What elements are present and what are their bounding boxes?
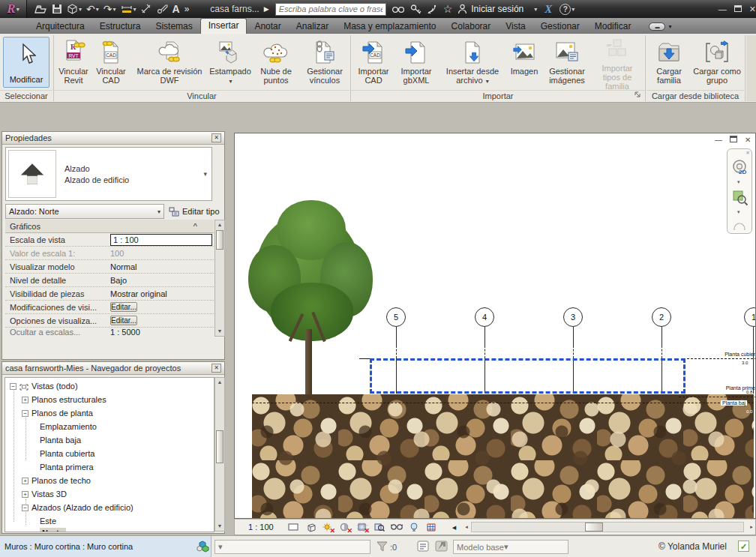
tree-item-vistas-3d[interactable]: +Vistas 3D [22, 487, 67, 501]
level-label-cubierta[interactable]: Planta cubier [698, 352, 755, 357]
zoom-dropdown-icon[interactable]: ▾ [737, 209, 740, 215]
crop-view-button[interactable]: ✕ [355, 521, 369, 533]
tab-sistemas[interactable]: Sistemas [148, 19, 200, 34]
prop-row-nivel-detalle[interactable]: Nivel de detalleBajo [5, 274, 214, 287]
communication-center-button[interactable] [427, 4, 438, 14]
close-button[interactable]: ✕ [749, 4, 756, 14]
nube-de-puntos-button[interactable]: Nube de puntos [254, 37, 298, 89]
properties-title-bar[interactable]: Propiedades✕ [2, 132, 224, 145]
insertar-desde-archivo-button[interactable]: Insertar desde archivo ▾ [440, 37, 506, 89]
scrollbar-track[interactable] [471, 522, 744, 532]
favorites-button[interactable]: ☆ [443, 3, 453, 15]
expand-node-icon[interactable]: + [22, 478, 28, 484]
tab-insertar[interactable]: Insertar [200, 18, 248, 34]
open-button[interactable] [33, 1, 49, 16]
drawing-area[interactable]: — ✕ ✕ 2D ▾ ▾ 5 4 [234, 133, 756, 519]
search-button[interactable] [392, 4, 405, 14]
tab-modificar[interactable]: Modificar [587, 19, 639, 34]
grid-line[interactable] [484, 327, 485, 346]
level-line-baja[interactable] [252, 403, 754, 403]
analytical-model-button[interactable] [424, 521, 438, 533]
help-button[interactable]: ? [560, 4, 571, 15]
level-line-cubierta[interactable] [687, 358, 756, 359]
subscription-button[interactable] [410, 4, 422, 14]
scroll-right-icon[interactable]: ▸ [747, 523, 756, 532]
edit-type-button[interactable]: Editar tipo [169, 204, 224, 219]
grid-bubble-4[interactable]: 4 [475, 307, 494, 327]
tab-colaborar[interactable]: Colaborar [444, 19, 499, 34]
tree-item-planta-baja[interactable]: Planta baja [40, 433, 81, 447]
show-crop-region-button[interactable] [372, 521, 386, 533]
tree-item-planos-de-planta[interactable]: −Planos de planta [22, 406, 93, 420]
tree-item-planos-estructurales[interactable]: +Planos estructurales [22, 393, 106, 406]
cargar-como-grupo-button[interactable]: Cargar como grupo [693, 37, 741, 89]
cargar-familia-button[interactable]: Cargar familia [648, 37, 690, 89]
level-line-primera[interactable] [679, 397, 756, 397]
instance-selector-combo[interactable]: Alzado: Norte▾ [5, 204, 164, 219]
view-close-button[interactable]: ✕ [745, 136, 751, 144]
text-button[interactable]: A [171, 1, 182, 16]
importar-cad-button[interactable]: CAD Importar CAD [354, 37, 393, 89]
view-restore-button[interactable] [730, 136, 737, 144]
escala-value-input[interactable]: 1 : 100 [110, 234, 212, 246]
importar-dialog-launcher[interactable] [634, 91, 641, 100]
estampado-button[interactable]: Estampado▾ [210, 37, 250, 89]
worksets-icon[interactable] [196, 541, 209, 554]
grid-bubble-2[interactable]: 2 [652, 307, 671, 327]
filter-icon[interactable] [376, 541, 388, 554]
application-menu-button[interactable]: R ▾ [0, 0, 27, 18]
scroll-down-icon[interactable]: ▼ [215, 327, 224, 336]
scrollbar-thumb[interactable] [216, 430, 224, 463]
tab-analizar[interactable]: Analizar [289, 19, 336, 34]
imagen-button[interactable]: Imagen [507, 37, 542, 89]
tree-item-planos-de-techo[interactable]: +Planos de techo [22, 474, 91, 487]
grid-line[interactable] [753, 327, 754, 394]
level-label-baja[interactable]: Planta baj [721, 400, 747, 406]
tab-gestionar[interactable]: Gestionar [533, 19, 587, 34]
importar-gbxml-button[interactable]: Importar gbXML [396, 37, 436, 89]
grid-bubble-3[interactable]: 3 [563, 307, 583, 327]
firewood-photo[interactable] [252, 394, 754, 519]
ribbon-collapse-button[interactable]: ▬▾ [649, 22, 671, 31]
worksets-combo[interactable]: ▾ [214, 540, 370, 554]
exchange-apps-button[interactable]: X [544, 3, 552, 16]
grid-line[interactable] [396, 327, 397, 346]
signin-button[interactable]: Iniciar sesión▾ [458, 4, 537, 14]
qat-overflow-button[interactable]: » [183, 1, 191, 16]
check-toggle[interactable]: ✓ [738, 541, 749, 552]
gestionar-imagenes-button[interactable]: Gestionar imágenes [543, 37, 591, 89]
collapse-section-icon[interactable]: ^ [194, 222, 214, 231]
vincular-cad-button[interactable]: CAD Vincular CAD [93, 37, 129, 89]
grid-line[interactable] [662, 327, 662, 346]
search-input[interactable] [275, 3, 386, 16]
gestionar-vinculos-button[interactable]: Gestionar vínculos [302, 37, 348, 89]
scroll-down-icon[interactable]: ▼ [215, 522, 224, 531]
save-button[interactable] [50, 1, 64, 16]
browser-scrollbar[interactable]: ▲ ▼ [214, 377, 225, 532]
tab-arquitectura[interactable]: Arquitectura [28, 19, 92, 34]
scrollbar-thumb[interactable] [585, 523, 603, 532]
prop-row-escala[interactable]: Escala de vista1 : 100 [5, 233, 214, 247]
detail-level-button[interactable] [286, 521, 300, 533]
tree-item-norte[interactable]: Norte [40, 526, 66, 532]
shadows-button[interactable]: ✕ [338, 521, 352, 533]
editar-button[interactable]: Editar... [110, 302, 137, 312]
reveal-hidden-elements-button[interactable] [406, 521, 421, 533]
scroll-up-icon[interactable]: ▲ [215, 378, 224, 387]
project-browser-title-bar[interactable]: casa farnsworth-Mies - Navegador de proy… [2, 362, 224, 375]
zoom-region-icon[interactable] [732, 190, 748, 206]
collapse-node-icon[interactable]: − [10, 383, 16, 390]
scroll-left-icon[interactable]: ◂ [462, 523, 471, 532]
viewbar-collapse-arrow[interactable]: ◂ [447, 521, 461, 533]
collapse-node-icon[interactable]: − [22, 410, 28, 417]
prop-row-visibilidad-piezas[interactable]: Visibilidad de piezasMostrar original [5, 287, 214, 301]
view-scale-button[interactable]: 1 : 100 [248, 523, 286, 532]
temporary-hide-isolate-button[interactable] [389, 521, 404, 533]
section-header-graficos[interactable]: Gráficos^ [5, 220, 214, 233]
scroll-up-icon[interactable]: ▲ [215, 220, 224, 229]
tree-item-planta-primera[interactable]: Planta primera [40, 460, 94, 474]
tree-image[interactable] [248, 200, 373, 400]
tab-estructura[interactable]: Estructura [92, 19, 148, 34]
restore-button[interactable] [734, 4, 742, 13]
prop-row-modificaciones-visibilidad[interactable]: Modificaciones de visi...Editar... [5, 301, 214, 314]
